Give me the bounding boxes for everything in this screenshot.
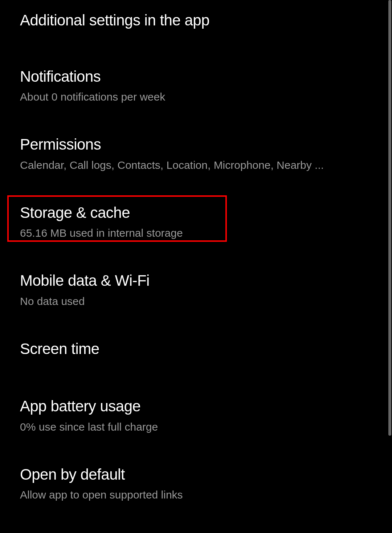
setting-subtitle: Allow app to open supported links [20, 488, 354, 502]
setting-item-screentime[interactable]: Screen time [20, 331, 385, 367]
setting-subtitle: No data used [20, 294, 354, 308]
setting-title: Notifications [20, 67, 385, 86]
setting-subtitle: About 0 notifications per week [20, 90, 354, 104]
setting-title: Mobile data & Wi-Fi [20, 271, 385, 290]
setting-item-permissions[interactable]: Permissions Calendar, Call logs, Contact… [20, 127, 385, 180]
setting-item-openbydefault[interactable]: Open by default Allow app to open suppor… [20, 457, 385, 510]
setting-subtitle: Calendar, Call logs, Contacts, Location,… [20, 158, 354, 172]
setting-item-storage[interactable]: Storage & cache 65.16 MB used in interna… [20, 195, 385, 248]
setting-item-mobiledata[interactable]: Mobile data & Wi-Fi No data used [20, 263, 385, 316]
setting-item-additional[interactable]: Additional settings in the app [20, 3, 385, 38]
setting-title: Additional settings in the app [20, 11, 385, 30]
setting-title: Permissions [20, 135, 385, 154]
setting-title: Open by default [20, 465, 385, 484]
setting-item-notifications[interactable]: Notifications About 0 notifications per … [20, 59, 385, 112]
setting-title: Storage & cache [20, 203, 385, 223]
setting-title: Screen time [20, 339, 385, 359]
scrollbar[interactable] [388, 0, 391, 436]
setting-item-battery[interactable]: App battery usage 0% use since last full… [20, 389, 385, 442]
setting-subtitle: 65.16 MB used in internal storage [20, 226, 354, 240]
setting-title: App battery usage [20, 397, 385, 416]
settings-list: Additional settings in the app Notificat… [0, 0, 392, 510]
setting-subtitle: 0% use since last full charge [20, 420, 354, 434]
